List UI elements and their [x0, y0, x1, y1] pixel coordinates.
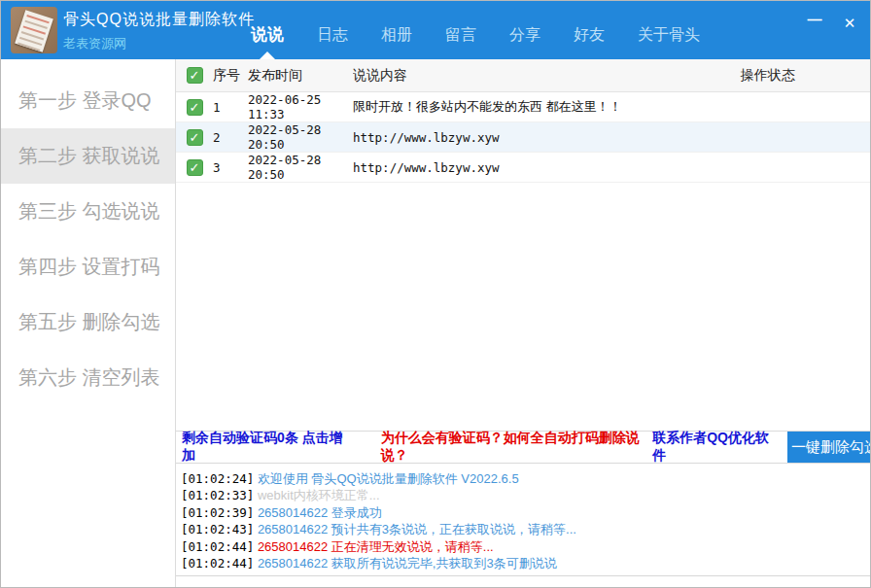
row-checkbox[interactable]: ✓ [187, 99, 203, 116]
sidebar-item-step6-clear[interactable]: 第六步 清空列表 [1, 350, 175, 405]
row-index: 1 [213, 100, 248, 115]
app-window: 骨头QQ说说批量删除软件 老表资源网 说说 日志 相册 留言 分享 好友 关于骨… [0, 0, 871, 588]
sidebar-item-step4-captcha[interactable]: 第四步 设置打码 [1, 239, 175, 294]
nav-tabs: 说说 日志 相册 留言 分享 好友 关于骨头 [234, 1, 716, 59]
log-line: [01:02:24] 欢迎使用 骨头QQ说说批量删除软件 V2022.6.5 [181, 470, 871, 487]
log-timestamp: [01:02:44] [181, 539, 254, 554]
captcha-help-link[interactable]: 为什么会有验证码？如何全自动打码删除说说？ [381, 430, 652, 465]
row-checkbox[interactable]: ✓ [187, 159, 203, 176]
minimize-button[interactable]: — [802, 13, 827, 34]
captcha-remaining-link[interactable]: 剩余自动验证码0条 点击增加 [182, 430, 348, 465]
log-line: [01:02:43] 2658014622 预计共有3条说说，正在获取说说，请稍… [181, 521, 871, 537]
col-header-time: 发布时间 [248, 67, 353, 85]
tab-label: 关于骨头 [638, 26, 700, 43]
log-line: [01:02:39] 2658014622 登录成功 [181, 504, 871, 521]
tab-rizhi[interactable]: 日志 [300, 25, 365, 59]
tab-label: 分享 [509, 26, 540, 43]
row-time: 2022-06-25 11:33 [248, 92, 353, 121]
delete-checked-button[interactable]: 一键删除勾选说说 [787, 432, 871, 463]
log-message: 欢迎使用 骨头QQ说说批量删除软件 V2022.6.5 [258, 471, 519, 486]
sidebar-item-label: 第一步 登录QQ [18, 87, 152, 114]
active-tab-caret [260, 52, 275, 59]
log-message: 2658014622 预计共有3条说说，正在获取说说，请稍等... [258, 522, 576, 536]
app-subtitle: 老表资源网 [63, 35, 255, 52]
tab-label: 日志 [317, 26, 348, 43]
col-header-status: 操作状态 [622, 67, 871, 85]
log-timestamp: [01:02:24] [181, 471, 254, 486]
log-timestamp: [01:02:33] [181, 488, 254, 502]
log-timestamp: [01:02:39] [181, 505, 254, 520]
action-bar: 剩余自动验证码0条 点击增加 为什么会有验证码？如何全自动打码删除说说？ 联系作… [176, 431, 871, 464]
log-message: 2658014622 获取所有说说完毕,共获取到3条可删说说 [258, 556, 557, 571]
row-content: http://www.lbzyw.xyw [353, 130, 622, 145]
log-timestamp: [01:02:44] [181, 556, 254, 571]
log-line: [01:02:33] webkit内核环境正常... [181, 487, 871, 503]
log-line: [01:02:44] 2658014622 获取所有说说完毕,共获取到3条可删说… [181, 555, 871, 571]
app-logo-icon [11, 7, 57, 53]
sidebar-item-step5-delete[interactable]: 第五步 删除勾选 [1, 294, 175, 350]
title-block: 骨头QQ说说批量删除软件 老表资源网 [63, 10, 255, 52]
table-row[interactable]: ✓ 2 2022-05-28 20:50 http://www.lbzyw.xy… [176, 122, 871, 153]
row-checkbox[interactable]: ✓ [187, 129, 203, 146]
table-row[interactable]: ✓ 3 2022-05-28 20:50 http://www.lbzyw.xy… [176, 153, 871, 183]
col-header-content: 说说内容 [353, 67, 622, 85]
sidebar-item-label: 第四步 设置打码 [18, 254, 160, 280]
tab-xiangce[interactable]: 相册 [365, 25, 429, 59]
row-time: 2022-05-28 20:50 [248, 153, 353, 182]
tab-haoyou[interactable]: 好友 [557, 25, 621, 59]
log-message: webkit内核环境正常... [258, 488, 380, 502]
title-bar: 骨头QQ说说批量删除软件 老表资源网 说说 日志 相册 留言 分享 好友 关于骨… [1, 1, 870, 59]
sidebar-item-label: 第六步 清空列表 [18, 364, 160, 391]
tab-fenxiang[interactable]: 分享 [493, 25, 557, 59]
sidebar-item-step2-fetch[interactable]: 第二步 获取说说 [1, 128, 175, 184]
sidebar-item-label: 第三步 勾选说说 [18, 198, 160, 225]
main-panel: ✓ 序号 发布时间 说说内容 操作状态 ✓ 1 2022-06-25 11:33… [176, 59, 871, 587]
tab-label: 好友 [574, 26, 605, 43]
table-row[interactable]: ✓ 1 2022-06-25 11:33 限时开放！很多站内不能发的东西 都在这… [176, 92, 871, 122]
tab-label: 留言 [445, 26, 476, 43]
app-title: 骨头QQ说说批量删除软件 [63, 10, 255, 30]
row-content: http://www.lbzyw.xyw [353, 160, 622, 175]
tab-liuyan[interactable]: 留言 [429, 25, 493, 59]
row-content: 限时开放！很多站内不能发的东西 都在这里！！ [353, 98, 622, 116]
row-index: 2 [213, 130, 248, 145]
tab-label: 说说 [251, 25, 284, 44]
table-header-row: ✓ 序号 发布时间 说说内容 操作状态 [176, 59, 871, 92]
tab-about[interactable]: 关于骨头 [621, 25, 716, 59]
sidebar-item-label: 第五步 删除勾选 [18, 309, 160, 335]
tab-shuoshuo[interactable]: 说说 [234, 23, 300, 59]
log-message: 2658014622 登录成功 [258, 505, 382, 520]
log-panel: [01:02:24] 欢迎使用 骨头QQ说说批量删除软件 V2022.6.5 [… [176, 466, 871, 576]
log-timestamp: [01:02:43] [181, 522, 254, 536]
select-all-checkbox[interactable]: ✓ [187, 67, 203, 84]
window-controls: — ✕ [802, 13, 862, 34]
contact-author-link[interactable]: 联系作者QQ优化软件 [652, 430, 776, 465]
col-header-index: 序号 [213, 67, 248, 85]
tab-label: 相册 [381, 26, 412, 43]
log-line: [01:02:44] 2658014622 正在清理无效说说，请稍等... [181, 538, 871, 555]
sidebar-item-step1-login[interactable]: 第一步 登录QQ [1, 73, 175, 128]
sidebar-item-step3-check[interactable]: 第三步 勾选说说 [1, 184, 175, 239]
steps-sidebar: 第一步 登录QQ 第二步 获取说说 第三步 勾选说说 第四步 设置打码 第五步 … [1, 59, 176, 587]
row-index: 3 [213, 160, 248, 175]
row-time: 2022-05-28 20:50 [248, 122, 353, 152]
log-message: 2658014622 正在清理无效说说，请稍等... [258, 539, 494, 554]
sidebar-item-label: 第二步 获取说说 [18, 143, 160, 169]
close-button[interactable]: ✕ [837, 13, 862, 34]
